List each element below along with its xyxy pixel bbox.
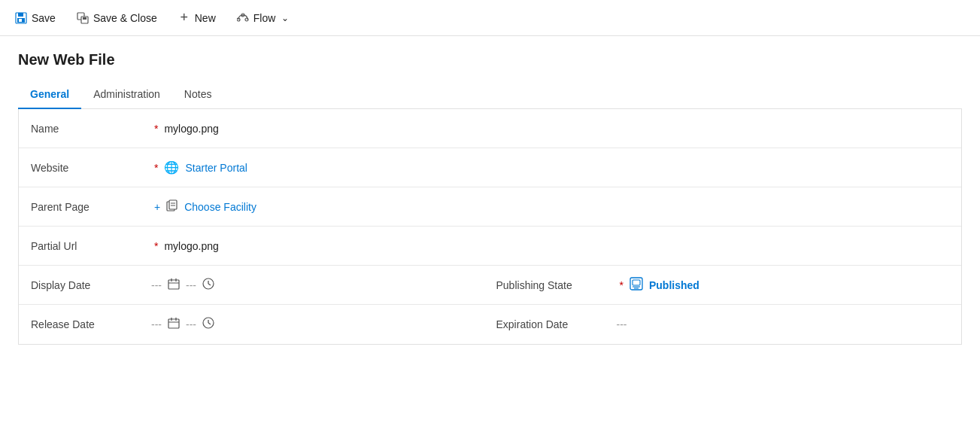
flow-chevron-icon[interactable]: ⌄	[281, 13, 289, 23]
new-label: New	[195, 12, 216, 24]
website-value: 🌐 Starter Portal	[164, 160, 949, 175]
publishing-state-label: Publishing State	[496, 279, 617, 291]
partial-url-row: Partial Url * mylogo.png	[19, 227, 961, 266]
partial-url-label: Partial Url	[31, 240, 151, 252]
publishing-state-value: Published	[630, 277, 949, 294]
name-required: *	[154, 123, 158, 135]
copy-page-icon	[166, 199, 178, 214]
release-date-label: Release Date	[31, 318, 151, 330]
display-date-publishing-row: Display Date --- ---	[19, 266, 961, 305]
display-date-date: ---	[151, 279, 162, 291]
display-date-inputs: --- ---	[151, 278, 484, 293]
tab-notes[interactable]: Notes	[172, 81, 224, 109]
svg-rect-14	[168, 280, 179, 289]
parent-page-required: +	[154, 201, 160, 213]
expiration-date-section: Expiration Date ---	[484, 318, 950, 330]
name-label: Name	[31, 123, 151, 135]
display-date-label: Display Date	[31, 279, 151, 291]
save-close-button[interactable]: Save & Close	[68, 8, 166, 29]
save-close-label: Save & Close	[93, 12, 157, 24]
display-date-section: Display Date --- ---	[31, 278, 484, 293]
name-value[interactable]: mylogo.png	[164, 123, 949, 135]
new-button[interactable]: + New	[169, 8, 225, 29]
svg-rect-1	[18, 13, 23, 17]
toolbar: Save Save & Close + New Flow ⌄	[0, 0, 980, 36]
name-row: Name * mylogo.png	[19, 109, 961, 148]
release-date-date: ---	[151, 318, 162, 330]
parent-page-link[interactable]: Choose Facility	[184, 201, 256, 213]
page-content: New Web File General Administration Note…	[0, 36, 980, 345]
website-row: Website * 🌐 Starter Portal	[19, 148, 961, 187]
flow-button[interactable]: Flow ⌄	[228, 8, 299, 29]
parent-page-value: Choose Facility	[166, 199, 949, 214]
release-date-inputs: --- ---	[151, 317, 484, 332]
website-link[interactable]: Starter Portal	[185, 162, 247, 174]
release-date-section: Release Date --- ---	[31, 317, 484, 332]
partial-url-required: *	[154, 240, 158, 252]
svg-rect-25	[168, 319, 179, 328]
release-date-clock-icon	[202, 317, 214, 332]
svg-rect-22	[633, 280, 640, 285]
publishing-state-section: Publishing State * Published	[484, 277, 950, 294]
page-title: New Web File	[18, 51, 962, 68]
flow-icon	[237, 12, 249, 24]
svg-rect-11	[169, 200, 177, 209]
expiration-date-value: ---	[617, 318, 950, 330]
partial-url-value[interactable]: mylogo.png	[164, 240, 949, 252]
globe-icon: 🌐	[164, 160, 179, 175]
display-date-calendar-icon[interactable]	[168, 278, 180, 293]
tabs: General Administration Notes	[18, 81, 962, 109]
publishing-state-required: *	[620, 279, 623, 291]
save-button[interactable]: Save	[6, 8, 65, 29]
display-date-time: ---	[186, 279, 196, 291]
website-label: Website	[31, 162, 151, 174]
expiration-date-label: Expiration Date	[496, 318, 617, 330]
svg-rect-6	[83, 17, 86, 20]
release-date-expiration-row: Release Date --- ---	[19, 305, 961, 344]
form-section: Name * mylogo.png Website * 🌐 Starter Po…	[18, 109, 962, 345]
release-date-calendar-icon[interactable]	[168, 317, 180, 332]
save-label: Save	[32, 12, 56, 24]
release-date-time: ---	[186, 318, 196, 330]
parent-page-label: Parent Page	[31, 201, 151, 213]
display-date-clock-icon	[202, 278, 214, 293]
svg-rect-3	[19, 19, 22, 22]
save-close-icon	[77, 12, 89, 24]
svg-line-31	[208, 323, 211, 324]
tab-administration[interactable]: Administration	[81, 81, 172, 109]
publishing-state-link[interactable]: Published	[649, 279, 699, 291]
new-icon: +	[178, 12, 190, 24]
website-required: *	[154, 162, 158, 174]
parent-page-row: Parent Page + Choose Facility	[19, 187, 961, 227]
tab-general[interactable]: General	[18, 81, 81, 109]
svg-line-20	[208, 284, 211, 285]
published-icon	[630, 277, 643, 294]
flow-label: Flow	[253, 12, 276, 24]
save-icon	[15, 12, 27, 24]
expiration-date-dashes: ---	[617, 318, 627, 330]
